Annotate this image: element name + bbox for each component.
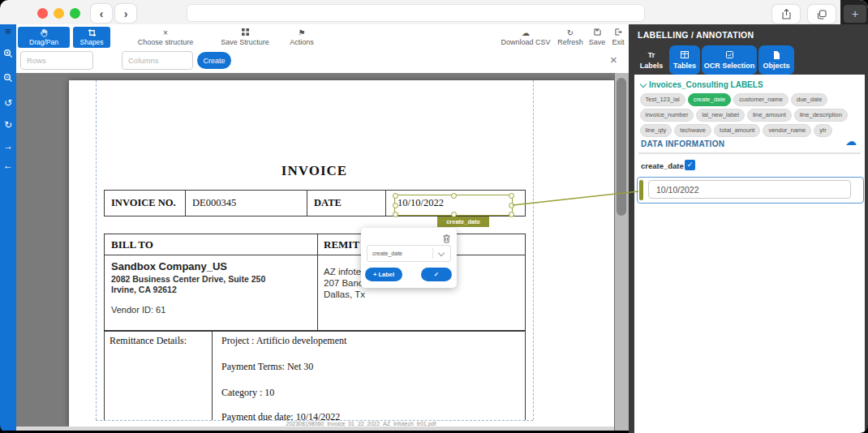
remittance-payment-terms: Payment Terms: Net 30 [221, 361, 313, 373]
label-chip[interactable]: invoice_number [640, 109, 694, 122]
label-chip[interactable]: line_qty [640, 124, 672, 137]
arrow-right-icon[interactable]: → [0, 140, 16, 152]
create-button[interactable]: Create [197, 52, 231, 69]
resize-handle[interactable] [393, 212, 398, 217]
browser-chrome: ‹ › + [0, 0, 868, 25]
table-icon [681, 51, 689, 60]
panel-content: Invoices_Consulting LABELS Test_123_lal … [634, 75, 865, 433]
exit-label: Exit [612, 38, 624, 46]
invoice-page: INVOICE INVOICE NO. DE000345 DATE 10/10/… [69, 80, 614, 427]
invoice-no-label: INVOICE NO. [105, 191, 186, 216]
label-chip[interactable]: Test_123_lal [640, 93, 685, 106]
resize-handle[interactable] [451, 193, 457, 199]
refresh-label: Refresh [557, 38, 583, 46]
labels-section-header[interactable]: Invoices_Consulting LABELS [641, 80, 763, 89]
check-icon: ✓ [434, 271, 439, 278]
download-csv-button[interactable]: ☁ Download CSV [495, 27, 556, 48]
hand-icon [40, 28, 49, 37]
invoice-title: INVOICE [96, 163, 533, 179]
new-tab-icon: + [852, 7, 858, 20]
vertical-scrollbar[interactable] [614, 73, 630, 431]
actions-flag-icon: ⚑ [299, 28, 306, 37]
tabs-overview-button[interactable] [808, 5, 836, 24]
label-chip[interactable]: lal_new_label [696, 109, 744, 122]
confirm-button[interactable]: ✓ [421, 268, 452, 281]
remit-line1: AZ infote [324, 267, 361, 277]
annotation-bounding-box[interactable] [394, 195, 513, 216]
tab-objects[interactable]: Objects [758, 45, 794, 75]
label-chip[interactable]: total_amount [714, 124, 760, 137]
forward-button[interactable]: › [115, 4, 136, 23]
exit-button[interactable]: Exit [608, 27, 628, 48]
document-filename: 202308198060_Invoice_01_22_2022_AZ_Infot… [239, 421, 483, 427]
add-label-button[interactable]: + Label [365, 268, 402, 281]
choose-structure-button[interactable]: × Choose structure [123, 27, 208, 48]
selection-dashed-right [533, 80, 534, 420]
resize-handle[interactable] [509, 212, 514, 217]
save-label: Save [589, 38, 606, 46]
zoom-in-icon[interactable] [0, 49, 16, 61]
exit-icon [615, 28, 622, 37]
resize-handle[interactable] [509, 193, 514, 199]
tab-objects-label: Objects [763, 62, 789, 70]
viewer-sidebar: ≡ ↺ ↻ → ← [0, 24, 16, 433]
resize-handle[interactable] [509, 203, 514, 208]
tab-ocr-selection[interactable]: OCR Selection [702, 45, 757, 75]
resize-handle[interactable] [393, 193, 398, 199]
section-divider [638, 152, 861, 154]
remittance-project: Project : Artificio developement [221, 335, 346, 347]
resize-handle[interactable] [393, 203, 398, 208]
menu-icon[interactable]: ≡ [0, 26, 16, 37]
rotate-ccw-icon[interactable]: ↺ [0, 97, 16, 109]
label-chip-selected[interactable]: create_date [688, 93, 732, 106]
drag-pan-button[interactable]: Drag/Pan [18, 27, 70, 48]
address-bar[interactable] [187, 4, 645, 22]
data-information-title: DATA INFORMATION [641, 139, 724, 148]
actions-label: Actions [290, 38, 314, 46]
vertical-scrollbar-thumb[interactable] [617, 78, 626, 216]
bill-to-company: Sandbox Company_US [111, 260, 227, 272]
share-button[interactable] [772, 5, 800, 24]
panel-title: LABELLING / ANNOTATION [638, 30, 754, 40]
label-chip[interactable]: line_description [794, 109, 848, 122]
arrow-left-icon[interactable]: ← [0, 160, 16, 171]
field-label: create_date [641, 161, 684, 170]
document-viewer[interactable]: INVOICE INVOICE NO. DE000345 DATE 10/10/… [16, 73, 614, 431]
columns-input[interactable] [122, 51, 193, 70]
label-chip[interactable]: ytr [814, 124, 831, 137]
label-popup: create_date + Label ✓ [361, 228, 457, 288]
traffic-light-minimize[interactable] [54, 8, 64, 19]
selection-dashed-left [96, 80, 97, 420]
tab-tables[interactable]: Tables [669, 45, 700, 75]
actions-button[interactable]: ⚑ Actions [282, 27, 321, 48]
field-checkbox[interactable]: ✓ [685, 160, 695, 170]
bill-to-vendor-id: Vendor ID: 61 [111, 305, 165, 315]
refresh-button[interactable]: ↻ Refresh [555, 27, 586, 48]
label-chip[interactable]: vendor_name [763, 124, 811, 137]
close-icon[interactable]: × [610, 54, 617, 66]
label-chip[interactable]: customer_name [733, 93, 789, 106]
label-select[interactable]: create_date [367, 245, 451, 262]
save-structure-button[interactable]: Save Structure [209, 27, 281, 48]
shapes-icon [88, 28, 97, 37]
traffic-light-close[interactable] [37, 8, 48, 19]
labels-tr-icon: Tr [648, 51, 655, 60]
new-tab-button[interactable]: + [844, 5, 866, 23]
remit-line3: Dallas, Tx [324, 289, 365, 299]
label-chip[interactable]: line_amount [747, 109, 792, 122]
tab-labels[interactable]: Tr Labels [635, 45, 668, 75]
back-button[interactable]: ‹ [91, 4, 112, 23]
save-button[interactable]: Save [586, 27, 608, 48]
refresh-icon: ↻ [567, 28, 574, 37]
zoom-out-icon[interactable] [0, 73, 16, 85]
label-select-value: create_date [367, 251, 432, 256]
label-chip[interactable]: due_date [791, 93, 827, 106]
rotate-cw-icon[interactable]: ↻ [0, 119, 16, 131]
field-value-input[interactable] [648, 180, 851, 199]
shapes-button[interactable]: Shapes [73, 27, 110, 48]
label-chip[interactable]: techwave [674, 124, 711, 137]
traffic-light-zoom[interactable] [70, 8, 80, 19]
rows-input[interactable] [20, 51, 93, 70]
upload-cloud-icon[interactable]: ☁ [845, 135, 857, 148]
save-floppy-icon [594, 28, 601, 37]
